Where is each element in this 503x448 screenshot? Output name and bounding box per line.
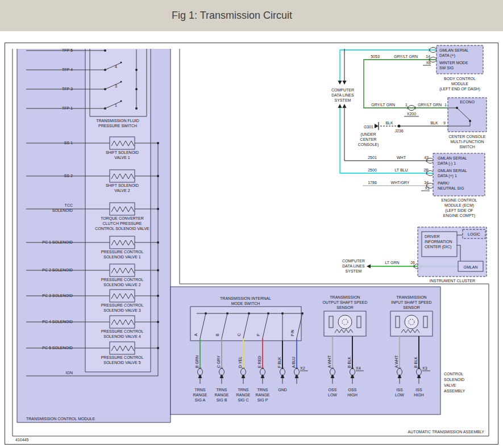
ecm-caption: ENGINE COMPT) bbox=[443, 213, 475, 218]
wire-label: F BLK bbox=[277, 357, 281, 368]
wire-number: 5053 bbox=[371, 55, 380, 58]
ims-title: MODE SWITCH bbox=[231, 302, 260, 305]
ecm-signal: GMLAN SERIAL bbox=[438, 169, 467, 173]
tcm-pin: TRNS bbox=[238, 388, 248, 392]
sol-label: PRESSURE CONTROL bbox=[101, 355, 144, 359]
gmlan-label: GMLAN bbox=[464, 265, 478, 269]
tcm-pin: HIGH bbox=[347, 393, 357, 397]
ecm-signal: NEUTRAL SIG bbox=[438, 186, 464, 190]
ecm-signal: DATA (-) 1 bbox=[438, 161, 456, 166]
wire-color: WHT/GRY bbox=[391, 181, 410, 185]
econo-caption: CENTER CONSOLE bbox=[449, 135, 486, 139]
pin-pc4: PC 4 SOLENOID bbox=[42, 320, 73, 324]
bcm-caption: MODULE bbox=[451, 82, 468, 86]
wire-label: B BLK bbox=[414, 357, 418, 368]
terminal-label: P bbox=[256, 333, 260, 336]
wire-label: A WHT bbox=[394, 355, 398, 368]
pin-tcc2: SOLENOID bbox=[52, 208, 73, 212]
iss-title: TRANSMISSION bbox=[396, 295, 426, 299]
csva-line: SOLENOID bbox=[444, 378, 464, 382]
tcm-pin: SIG A bbox=[195, 398, 206, 402]
tcm-pin: GND bbox=[278, 388, 287, 392]
wire-label: A BLU bbox=[292, 357, 296, 368]
tcm-pin: OSS bbox=[348, 388, 357, 392]
datalines-text: DATA LINES bbox=[342, 264, 365, 268]
pin-pc5: PC 5 SOLENOID bbox=[42, 346, 73, 350]
pin-pc2: PC 2 SOLENOID bbox=[42, 268, 73, 272]
ground-location: CONSOLE) bbox=[358, 143, 379, 147]
ground-id: G301 bbox=[364, 125, 373, 129]
bcm-signal: DATA (+) bbox=[439, 53, 455, 58]
tcm-pin: RANGE bbox=[193, 393, 207, 397]
tfp-label: PRESSURE SWITCH bbox=[98, 124, 137, 128]
wire-number: 2500 bbox=[368, 168, 377, 172]
wire-label: A WHT bbox=[327, 355, 331, 368]
tcm-pin: ISS bbox=[396, 388, 403, 392]
pin-tfp3: TFP 3 bbox=[62, 87, 73, 91]
sol-label: CLUTCH PRESSURE bbox=[103, 221, 142, 225]
iss-title: INPUT SHAFT SPEED bbox=[391, 300, 431, 304]
tcm-pin: SIG B bbox=[217, 398, 227, 402]
sol-label: SOLENOID VALVE 2 bbox=[103, 283, 141, 287]
ecm-signal: PARK/ bbox=[438, 181, 450, 185]
datalines-text: COMPUTER bbox=[331, 88, 354, 92]
econo-caption: SWITCH bbox=[459, 145, 475, 149]
tcm-pin: ISS bbox=[415, 388, 422, 392]
wire-color: LT BLU bbox=[394, 168, 408, 172]
ims-title: TRANSMISSION INTERNAL bbox=[220, 296, 271, 300]
dic-label: CENTER (DIC) bbox=[425, 245, 451, 249]
wire-number: 1786 bbox=[368, 181, 377, 185]
pin-tcc: TCC bbox=[65, 203, 73, 207]
connector-id: X200 bbox=[407, 112, 416, 116]
tfp-label: TRANSMISSION FLUID bbox=[96, 119, 139, 123]
sol-label: SOLENOID VALVE 1 bbox=[103, 255, 141, 259]
sol-label: VALVE 1 bbox=[114, 156, 130, 160]
sol-label: CONTROL SOLENOID VALVE bbox=[95, 227, 149, 231]
bcm-signal: GMLAN SERIAL bbox=[439, 48, 469, 52]
sol-label: TORQUE CONVERTER bbox=[101, 216, 144, 221]
pin-number: 9 bbox=[443, 121, 446, 125]
sol-label: SHIFT SOLENOID bbox=[106, 183, 139, 187]
tcm-pin: HIGH bbox=[414, 393, 424, 397]
datalines-text: COMPUTER bbox=[342, 259, 365, 263]
wire-color: BLK bbox=[385, 121, 393, 125]
terminal-label: B bbox=[215, 333, 219, 336]
sol-label: SHIFT SOLENOID bbox=[106, 150, 139, 154]
wire-color: LT GRN bbox=[385, 261, 399, 265]
wire-color: GRY/LT GRN bbox=[418, 103, 442, 107]
tcm-label: TRANSMISSION CONTROL MODULE bbox=[26, 417, 95, 421]
pin-number: 14 bbox=[426, 55, 430, 58]
page-title: Fig 1: Transmission Circuit bbox=[172, 10, 292, 21]
terminal-label: A bbox=[194, 333, 198, 336]
sol-label: PRESSURE CONTROL bbox=[101, 250, 144, 254]
tcm-pin: RANGE bbox=[215, 393, 229, 397]
csva-line: CONTROL bbox=[444, 372, 463, 376]
tcm-pin: LOW bbox=[328, 393, 337, 397]
csva-line: ASSEMBLY bbox=[444, 389, 465, 393]
datalines-text: DATA LINES bbox=[331, 93, 354, 97]
wire-label: D YEL bbox=[238, 357, 242, 368]
sol-label: SOLENOID VALVE 3 bbox=[103, 308, 141, 312]
pin-number: 1 bbox=[444, 103, 447, 107]
csva-line: VALVE bbox=[444, 383, 456, 387]
tcm-pin: SIG P bbox=[257, 398, 268, 402]
tcm-pin: TRNS bbox=[216, 388, 227, 392]
pin-number: 26 bbox=[410, 261, 415, 265]
econo-label: ECONO bbox=[460, 100, 475, 104]
wire-label: C GRY bbox=[217, 355, 221, 368]
datalines-text: SYSTEM bbox=[346, 269, 362, 273]
connector-id: X3 bbox=[422, 366, 427, 370]
ecm-caption: ENGINE CONTROL bbox=[441, 198, 477, 202]
ata-label: AUTOMATIC TRANSMISSION ASSEMBLY bbox=[408, 430, 485, 434]
sol-label: PRESSURE CONTROL bbox=[101, 278, 144, 282]
ecm-caption: (LEFT SIDE OF bbox=[445, 208, 473, 213]
tcm-pin: OSS bbox=[329, 388, 337, 392]
ecm-signal: DATA (+) 1 bbox=[438, 174, 457, 178]
wire-color: BLK bbox=[430, 121, 438, 125]
sol-label: SOLENOID VALVE 5 bbox=[103, 361, 141, 365]
figure-id: 410445 bbox=[15, 438, 28, 442]
wire-number: 2501 bbox=[368, 156, 377, 160]
wire-color: GRY/LT GRN bbox=[394, 55, 418, 58]
pin-ign: IGN bbox=[66, 371, 73, 375]
sol-label: PRESSURE CONTROL bbox=[101, 329, 144, 333]
